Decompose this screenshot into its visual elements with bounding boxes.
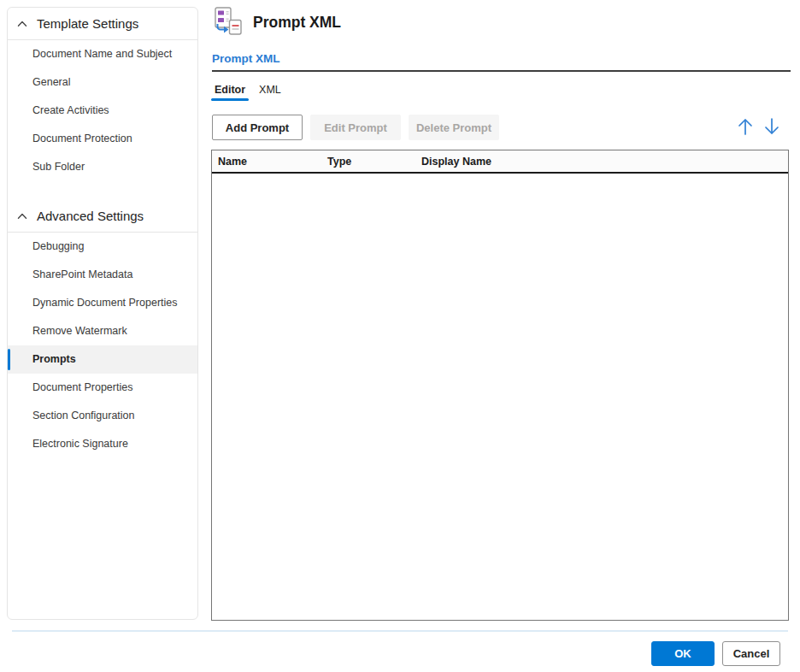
sidebar-item-remove-watermark[interactable]: Remove Watermark [8, 317, 197, 345]
sidebar-item-sub-folder[interactable]: Sub Folder [8, 153, 197, 181]
cancel-button[interactable]: Cancel [722, 641, 780, 666]
section-title-prompt-xml: Prompt XML [212, 52, 280, 65]
sidebar-item-prompts[interactable]: Prompts [8, 345, 197, 374]
prompt-xml-icon [213, 7, 244, 36]
sidebar-item-dynamic-document-properties[interactable]: Dynamic Document Properties [8, 289, 197, 317]
section-header-advanced-settings[interactable]: Advanced Settings [8, 200, 197, 232]
prompt-table-body[interactable] [212, 174, 788, 618]
section-label: Template Settings [37, 16, 138, 31]
move-down-button[interactable] [762, 116, 782, 139]
delete-prompt-button[interactable]: Delete Prompt [409, 115, 499, 140]
column-header-type[interactable]: Type [327, 156, 421, 168]
sidebar-item-debugging[interactable]: Debugging [8, 233, 197, 261]
arrow-down-icon [762, 127, 781, 139]
chevron-up-icon [17, 213, 27, 220]
sidebar-section-template-settings: Template Settings Document Name and Subj… [8, 8, 197, 181]
tab-strip: Editor XML [214, 82, 282, 97]
section-header-template-settings[interactable]: Template Settings [8, 8, 197, 39]
sidebar-item-electronic-signature[interactable]: Electronic Signature [8, 430, 197, 458]
footer-divider [12, 630, 788, 632]
move-up-button[interactable] [735, 116, 756, 139]
add-prompt-button[interactable]: Add Prompt [212, 115, 303, 140]
prompt-table: Name Type Display Name [211, 150, 789, 621]
tab-editor[interactable]: Editor [214, 82, 246, 97]
column-header-display-name[interactable]: Display Name [421, 156, 788, 168]
sidebar-item-sharepoint-metadata[interactable]: SharePoint Metadata [8, 261, 197, 289]
tab-xml[interactable]: XML [258, 82, 282, 97]
sidebar-section-advanced-settings: Advanced Settings Debugging SharePoint M… [8, 200, 197, 458]
sidebar-item-general[interactable]: General [8, 68, 197, 97]
ok-button[interactable]: OK [651, 641, 715, 666]
sidebar-item-document-name-and-subject[interactable]: Document Name and Subject [8, 40, 197, 68]
prompt-table-header: Name Type Display Name [212, 150, 788, 174]
section-label: Advanced Settings [37, 209, 144, 223]
settings-sidebar: Template Settings Document Name and Subj… [7, 7, 198, 620]
sidebar-item-create-activities[interactable]: Create Activities [8, 97, 197, 125]
sidebar-item-section-configuration[interactable]: Section Configuration [8, 402, 197, 430]
page-title: Prompt XML [253, 14, 341, 32]
sidebar-item-document-properties[interactable]: Document Properties [8, 374, 197, 402]
sidebar-item-document-protection[interactable]: Document Protection [8, 125, 197, 153]
chevron-up-icon [17, 21, 27, 27]
arrow-up-icon [736, 127, 755, 139]
section-title-rule [212, 70, 791, 72]
column-header-name[interactable]: Name [212, 156, 327, 168]
edit-prompt-button[interactable]: Edit Prompt [310, 115, 401, 140]
